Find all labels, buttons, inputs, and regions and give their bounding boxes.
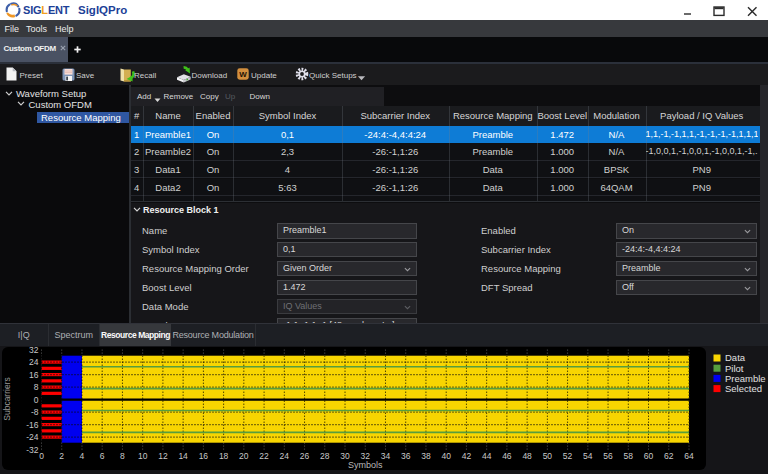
svg-text:10: 10 xyxy=(138,451,148,461)
svg-text:62: 62 xyxy=(664,451,674,461)
svg-text:24: 24 xyxy=(29,357,39,367)
svg-text:32: 32 xyxy=(29,346,39,355)
svg-text:Symbols: Symbols xyxy=(348,460,383,470)
svg-text:-32: -32 xyxy=(26,445,39,455)
svg-text:22: 22 xyxy=(259,451,269,461)
svg-text:Selected: Selected xyxy=(725,383,762,394)
svg-text:36: 36 xyxy=(401,451,411,461)
svg-text:2: 2 xyxy=(59,451,64,461)
svg-text:64: 64 xyxy=(684,451,694,461)
svg-text:0: 0 xyxy=(34,395,39,405)
svg-text:58: 58 xyxy=(624,451,634,461)
svg-text:8: 8 xyxy=(34,382,39,392)
svg-text:32: 32 xyxy=(361,451,371,461)
svg-text:34: 34 xyxy=(381,451,391,461)
svg-text:26: 26 xyxy=(300,451,310,461)
svg-text:-8: -8 xyxy=(31,407,39,417)
svg-text:6: 6 xyxy=(100,451,105,461)
svg-text:40: 40 xyxy=(441,451,451,461)
svg-text:38: 38 xyxy=(421,451,431,461)
svg-text:20: 20 xyxy=(239,451,249,461)
svg-text:-16: -16 xyxy=(26,420,39,430)
svg-text:48: 48 xyxy=(522,451,532,461)
svg-text:28: 28 xyxy=(320,451,330,461)
svg-text:16: 16 xyxy=(29,370,39,380)
svg-text:60: 60 xyxy=(644,451,654,461)
svg-text:46: 46 xyxy=(502,451,512,461)
svg-text:30: 30 xyxy=(340,451,350,461)
svg-text:W: W xyxy=(239,70,247,79)
svg-text:42: 42 xyxy=(462,451,472,461)
svg-text:14: 14 xyxy=(178,451,188,461)
svg-text:4: 4 xyxy=(80,451,85,461)
svg-text:16: 16 xyxy=(199,451,209,461)
svg-text:8: 8 xyxy=(120,451,125,461)
svg-text:54: 54 xyxy=(583,451,593,461)
svg-text:18: 18 xyxy=(219,451,229,461)
svg-text:24: 24 xyxy=(280,451,290,461)
svg-text:56: 56 xyxy=(603,451,613,461)
svg-text:0: 0 xyxy=(39,451,44,461)
svg-text:-24: -24 xyxy=(26,432,39,442)
svg-text:52: 52 xyxy=(563,451,573,461)
svg-text:44: 44 xyxy=(482,451,492,461)
svg-text:Subcarriers: Subcarriers xyxy=(2,377,12,420)
svg-text:50: 50 xyxy=(543,451,553,461)
svg-text:12: 12 xyxy=(158,451,168,461)
